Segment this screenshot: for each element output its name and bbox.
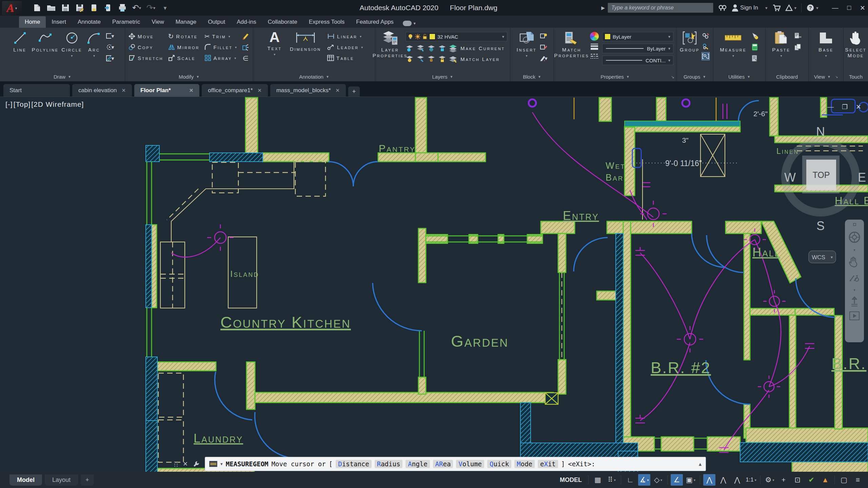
panel-title-clipboard[interactable]: Clipboard [766,72,808,81]
make-current-icon[interactable] [449,44,458,52]
tab-home[interactable]: Home [19,16,46,28]
edit-block-icon[interactable] [539,43,548,51]
tab-featured-apps[interactable]: Featured Apps [350,16,399,28]
fillet-button[interactable]: Fillet▾ [204,43,237,52]
customization-menu-icon[interactable]: ≡ [852,474,864,486]
layer-lock-icon[interactable] [438,44,446,52]
window-close-button[interactable]: ✕ [860,4,865,12]
viewport-minimize-icon[interactable]: — [827,103,834,111]
tab-addins[interactable]: Add-ins [231,16,262,28]
object-color-dropdown[interactable]: ByLayer▼ [602,32,673,41]
undo-button[interactable]: ↶▾ [132,3,142,13]
linear-dim-button[interactable]: Linear▾ [327,32,363,41]
base-button[interactable]: Base ▾ [817,30,835,58]
layout-tab[interactable]: Layout [45,474,78,486]
copy-clip-icon[interactable] [794,43,802,51]
close-icon[interactable]: ✕ [336,87,340,94]
layer-select-dropdown[interactable]: 32 HVAC ▼ [406,32,507,41]
make-current-button[interactable]: Make Current [460,45,505,51]
print-icon[interactable] [117,3,127,13]
option-volume[interactable]: Volume [456,460,484,468]
leader-button[interactable]: Leader▾ [327,43,363,52]
define-attributes-icon[interactable]: ▾ [539,54,548,62]
group-button[interactable]: Group [680,30,699,53]
ribbon-display-toggle[interactable]: ▾ [403,21,416,26]
autodesk-apps-icon[interactable]: ▾ [785,4,797,11]
erase-icon[interactable] [241,32,250,40]
viewcube-east[interactable]: E [858,170,866,184]
sign-in-button[interactable]: Sign In ▾ [732,4,767,12]
show-motion-icon[interactable] [849,311,860,320]
file-tab-mass-model-blocks[interactable]: mass_model_blocks*✕ [270,84,346,97]
group-selection-toggle-icon[interactable] [702,52,710,60]
orbit-icon[interactable] [849,272,860,284]
panel-title-view[interactable]: View▼↘ [809,72,843,81]
search-icon[interactable] [718,4,727,12]
option-distance[interactable]: Distance [336,460,372,468]
publish-icon[interactable] [103,3,113,13]
lineweight-icon[interactable] [590,43,599,50]
application-menu-button[interactable]: A ▾ [2,1,22,15]
tab-output[interactable]: Output [202,16,231,28]
ungroup-icon[interactable] [702,32,710,40]
command-input-bar[interactable]: ▼ MEASUREGEOM Move cursor or [ Distance … [205,457,706,471]
qat-customize-icon[interactable]: ▼ [160,3,170,13]
model-paper-space-button[interactable]: MODEL [556,474,585,486]
viewcube-north[interactable]: N [816,125,825,139]
command-line-grip[interactable]: ✕ [170,457,205,471]
panel-title-draw[interactable]: Draw▼ [0,72,125,81]
layer-properties-button[interactable]: Layer Properties [378,30,402,58]
close-icon[interactable]: ✕ [257,87,262,94]
clean-screen-icon[interactable]: ▢ [838,474,850,486]
paste-button[interactable]: Paste ▾ [772,30,790,58]
file-tab-cabin-elevation[interactable]: cabin elevation✕ [72,84,132,97]
layer-isolate-icon[interactable] [416,44,425,52]
command-history-icon[interactable]: ▲ [699,461,702,467]
redo-button[interactable]: ↷▾ [146,3,156,13]
wcs-dropdown[interactable]: WCS ▾ [809,251,836,263]
measure-button[interactable]: Measure ▾ [720,30,747,58]
id-point-icon[interactable] [751,54,759,62]
match-layer-icon[interactable] [449,55,458,63]
search-go-icon[interactable]: ▶ [601,5,605,11]
autoscale-icon[interactable]: ⋀ [717,474,729,486]
visual-style-control[interactable]: [2D Wireframe] [31,100,84,108]
match-layer-button[interactable]: Match Layer [460,56,500,62]
viewport-restore-icon[interactable]: ❐ [842,103,848,111]
annotation-visibility-icon[interactable]: ⋀ [703,474,715,486]
mirror-button[interactable]: Mirror [168,43,200,52]
full-navigation-wheel-icon[interactable] [848,231,861,244]
viewcube-south[interactable]: S [816,219,825,233]
file-tab-start[interactable]: Start [3,84,70,97]
tab-collaborate[interactable]: Collaborate [262,16,303,28]
option-exit[interactable]: eXit [538,460,558,468]
close-icon[interactable]: ✕ [189,87,194,94]
pan-hand-icon[interactable] [849,256,860,268]
annotation-monitor-icon[interactable]: ▲ [819,474,831,486]
layer-prev-icon[interactable] [427,55,435,63]
viewport-close-icon[interactable]: ✕ [856,103,861,111]
view-control[interactable]: [Top] [14,100,31,108]
rectangle-tool-icon[interactable]: ▾ [106,32,114,40]
lineweight-dropdown[interactable]: ByLayer▼ [602,44,673,53]
navbar-dropdown-icon[interactable]: ▾ [853,248,855,252]
new-layout-button[interactable]: + [81,474,94,486]
snap-mode-icon[interactable]: ⠿▾ [606,474,618,486]
tab-view[interactable]: View [146,16,170,28]
tab-parametric[interactable]: Parametric [106,16,146,28]
tab-annotate[interactable]: Annotate [72,16,106,28]
layer-freeze-icon[interactable] [427,44,435,52]
linetype-dropdown[interactable]: CONTI...▼ [602,56,673,65]
table-button[interactable]: Table [327,54,363,62]
save-icon[interactable] [60,3,71,13]
offset-icon[interactable]: ∈ [241,54,250,62]
isodraft-icon[interactable]: ◇▾ [652,474,664,486]
panel-title-block[interactable]: Block▼ [510,72,554,81]
floor-plan[interactable]: .wall{fill:url(#tanH);stroke:#5ec62e;str… [0,97,868,488]
tab-manage[interactable]: Manage [170,16,202,28]
trim-button[interactable]: ✂Trim▾ [204,32,237,41]
drawing-canvas[interactable]: .wall{fill:url(#tanH);stroke:#5ec62e;str… [0,97,868,488]
panel-title-annotation[interactable]: Annotation▼ [253,72,375,81]
quick-select-icon[interactable] [751,32,759,40]
workspace-switching-icon[interactable]: ⚙▾ [764,474,776,486]
